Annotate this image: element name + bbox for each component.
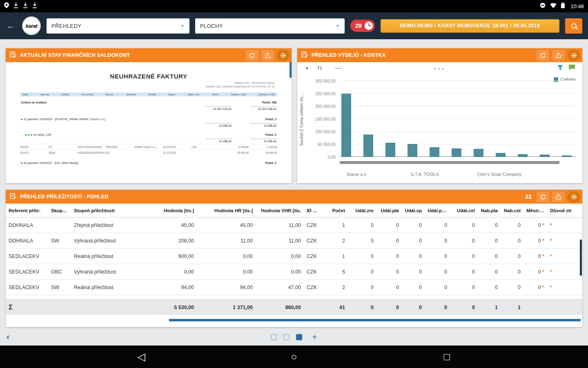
page-dot[interactable] xyxy=(271,334,277,340)
sort-icon[interactable] xyxy=(317,65,322,72)
chart-bar[interactable] xyxy=(430,147,439,157)
table-cell: 0 xyxy=(501,222,523,228)
gear-icon[interactable] xyxy=(568,191,580,202)
table-row[interactable]: SEDLACEKVReálná příležitost600,000,000,0… xyxy=(6,249,582,264)
table-cell: 0 xyxy=(450,285,478,290)
dropdown-prehledy[interactable]: PŘEHLEDY ▼ xyxy=(47,18,189,34)
table-cell: Reálná příležitost xyxy=(71,285,140,290)
report-scrollbar[interactable] xyxy=(290,62,292,78)
table-cell: 0 * xyxy=(523,269,547,275)
chevron-down-icon[interactable]: ▼ xyxy=(305,66,309,71)
page-dot[interactable] xyxy=(296,334,302,340)
column-header[interactable]: Udál.cel xyxy=(450,208,478,213)
table-vscrollbar[interactable] xyxy=(580,240,582,276)
dropdown-prehledy-label: PŘEHLEDY xyxy=(51,23,81,29)
column-header[interactable]: Nab.cel xyxy=(501,208,523,213)
column-header[interactable]: Stupeň příležitosti xyxy=(71,208,140,213)
table-cell: 1 xyxy=(478,305,501,310)
comment-icon[interactable] xyxy=(569,65,575,72)
column-header[interactable]: Hodnota HR [tis.] xyxy=(197,208,256,213)
gear-icon[interactable] xyxy=(277,50,290,61)
screen: 10:46 ← karat PŘEHLEDY ▼ PLOCHY ▼ 29 DEM… xyxy=(0,0,588,368)
demo-version-button[interactable]: DEMO DEMO / KARAT DEMOVERZE 18.001 / 29.… xyxy=(381,19,559,33)
share-button[interactable] xyxy=(552,191,565,202)
chart-bar[interactable] xyxy=(562,155,572,157)
prev-page-icon[interactable]: ‹ xyxy=(7,332,9,341)
column-header[interactable]: Udál.sp xyxy=(402,208,425,213)
chart-bar[interactable] xyxy=(363,135,373,157)
panel-prilezitosti: PŘEHLED PŘÍLEŽITOSTÍ - POHLED 22 Referen… xyxy=(6,190,582,327)
column-header[interactable]: Udál.po t xyxy=(425,208,450,213)
karat-logo[interactable]: karat xyxy=(22,16,41,35)
chart-bar[interactable] xyxy=(474,149,483,157)
panel-title: AKTUÁLNÍ STAV FINANČNÍCH SALDOKONT xyxy=(20,52,130,58)
column-header[interactable]: Důvod ztr xyxy=(547,208,581,213)
refresh-button[interactable] xyxy=(537,50,549,61)
refresh-button[interactable] xyxy=(246,50,258,61)
table-cell: 5 530,00 xyxy=(140,305,197,310)
nav-recents-icon[interactable]: □ xyxy=(439,351,454,363)
report-row: 10 456,0010 456,00 xyxy=(20,122,277,128)
panel-actions: 22 xyxy=(525,191,580,202)
table-row[interactable]: DOHNALAZřejmá příležitost45,0045,0011,00… xyxy=(6,218,582,233)
row-count-badge: 22 xyxy=(525,193,532,200)
report-column-header: Partner xyxy=(106,93,114,96)
add-page-button[interactable]: + xyxy=(312,333,317,341)
report-column-header: Var.symbol xyxy=(81,93,93,96)
table-cell: 11,00 xyxy=(256,238,304,244)
report-column-header: Doklad xyxy=(149,93,156,96)
report-column-header: Zůstatek v CZK xyxy=(258,93,275,96)
nav-back-icon[interactable]: ◁ xyxy=(134,351,149,363)
chart-bar[interactable] xyxy=(385,143,395,157)
share-button[interactable] xyxy=(261,50,274,61)
refresh-button[interactable] xyxy=(537,191,549,202)
table-cell: 0 xyxy=(450,305,478,310)
nav-home-icon[interactable]: ○ xyxy=(287,351,301,363)
report-widget-icon xyxy=(301,52,308,59)
dropdown-plochy[interactable]: PLOCHY ▼ xyxy=(195,18,345,34)
column-header[interactable]: Hodnota VHR [tis. xyxy=(256,208,304,213)
table-row[interactable]: SEDLACEKVSWReálná příležitost94,0094,004… xyxy=(6,280,582,295)
chart-bar[interactable] xyxy=(540,155,550,157)
table-cell: 5 xyxy=(324,269,348,275)
table-row[interactable]: DOHNALASWVyhraná příležitost208,0011,001… xyxy=(6,233,582,249)
chart-bar[interactable] xyxy=(496,153,506,157)
share-button[interactable] xyxy=(552,50,565,61)
column-header[interactable]: Počet xyxy=(324,208,348,213)
table-cell: 0 xyxy=(501,269,523,275)
gear-icon[interactable] xyxy=(568,50,580,61)
chart-bar[interactable] xyxy=(408,144,417,157)
column-header[interactable]: Udál.zre xyxy=(348,208,376,213)
chart-hscrollbar[interactable] xyxy=(340,161,559,164)
download-icon xyxy=(23,2,28,10)
table-hscrollbar[interactable] xyxy=(169,319,581,321)
table-cell: 0 xyxy=(402,285,425,290)
table-cell: 1 371,00 xyxy=(197,305,256,310)
back-arrow-icon[interactable]: ← xyxy=(6,20,16,31)
table-row[interactable]: SEDLACEKVOBCVyhraná příležitost0,000,000… xyxy=(6,264,582,280)
notifications-badge[interactable]: 29 xyxy=(350,20,375,32)
search-button[interactable] xyxy=(565,18,582,34)
table-cell: 0 xyxy=(348,254,376,259)
chart-bar[interactable] xyxy=(452,148,461,157)
filter-icon[interactable] xyxy=(557,65,563,72)
table-cell: 0,00 xyxy=(256,269,304,275)
column-header[interactable]: Měsíc re xyxy=(523,208,547,213)
table-cell: 45,00 xyxy=(140,222,197,228)
column-header[interactable]: Skupina xyxy=(48,208,71,213)
column-header[interactable]: Referent příle: xyxy=(6,208,48,213)
panel-title: PŘEHLED VÝDEJŮ - KOSTKA xyxy=(312,52,386,58)
report-meta-line: Aktuální stav, splatnost vyhodnocena k 2… xyxy=(23,85,274,88)
table-cell: * xyxy=(547,238,581,244)
column-header[interactable]: Nab.pla xyxy=(478,208,501,213)
chart-bar[interactable] xyxy=(518,154,528,157)
more-options-icon[interactable]: ••• xyxy=(434,65,446,72)
table-cell: 0,00 xyxy=(197,269,256,275)
page-dot[interactable] xyxy=(283,334,290,340)
chart-bar[interactable] xyxy=(341,94,351,157)
column-header[interactable]: Hodnota [tis.] xyxy=(140,208,197,213)
column-header[interactable]: Udál.plá xyxy=(376,208,402,213)
minus-icon[interactable]: — xyxy=(335,65,342,72)
battery-icon xyxy=(561,2,565,10)
column-header[interactable]: ID m.ú. xyxy=(304,208,324,213)
